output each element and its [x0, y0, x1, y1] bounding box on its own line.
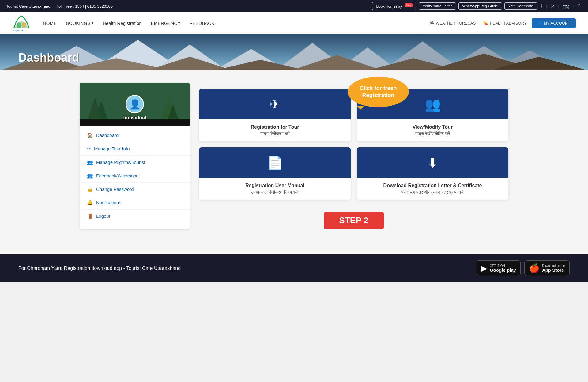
bell-icon: 🔔 — [87, 200, 93, 206]
top-bar-left: Tourist Care Uttarakhand Toll Free : 136… — [6, 4, 366, 9]
nav-home[interactable]: HOME — [43, 21, 57, 26]
logo-svg: Uttarakhand Simply Heaven — [12, 15, 31, 32]
app-store-badge[interactable]: 🍎 Download on the App Store — [524, 260, 570, 276]
logout-icon: 🚪 — [87, 213, 93, 219]
card-subtitle-view-modify: यात्रा देखें/संशोधित करें — [362, 131, 503, 136]
profile-name: Individual — [123, 115, 146, 121]
twitter-icon[interactable]: ✕ — [549, 3, 556, 9]
divider-1: | — [546, 4, 547, 9]
top-bar: Tourist Care Uttarakhand Toll Free : 136… — [0, 0, 588, 12]
svg-point-1 — [22, 22, 26, 28]
new-badge-tag: New — [405, 3, 413, 7]
dashboard-icon: 🏠 — [87, 132, 93, 138]
sidebar-item-feedback[interactable]: 👥 Feedback/Grievance — [80, 169, 190, 183]
sidebar-label-manage-pilgrims: Manage Pilgrims/Tourist — [96, 160, 145, 165]
instagram-icon[interactable]: 📷 — [562, 3, 570, 9]
avatar-icon: 👤 — [129, 99, 141, 110]
avatar: 👤 — [126, 95, 144, 113]
health-advisory-btn[interactable]: 💊 HEALTH ADVISORY — [483, 21, 526, 25]
nav-health-registration[interactable]: Health Registration — [103, 21, 142, 26]
sidebar-item-dashboard[interactable]: 🏠 Dashboard — [80, 129, 190, 142]
toll-free: Toll Free : 1364 | 0135 3520100 — [57, 4, 113, 9]
health-icon: 💊 — [483, 21, 488, 25]
card-title-view-modify: View/Modify Tour — [362, 124, 503, 130]
card-bottom-registration: Registration for Tour यात्रा पंजीकरण करे — [199, 119, 351, 141]
my-account-button[interactable]: 👤 MY ACCOUNT — [532, 18, 576, 28]
app-store-text: Download on the App Store — [542, 264, 565, 273]
sidebar-label-feedback: Feedback/Grievance — [96, 173, 138, 178]
divider-3: | — [573, 4, 574, 9]
card-bottom-download: Download Registration Letter & Certifica… — [357, 178, 508, 200]
facebook-icon[interactable]: f — [540, 3, 543, 9]
google-play-text: GET IT ON Google play — [490, 264, 516, 273]
sidebar-profile: 👤 Individual — [80, 83, 190, 126]
site-name: Tourist Care Uttarakhand — [6, 4, 51, 9]
google-play-icon: ▶ — [481, 263, 487, 273]
card-title-registration: Registration for Tour — [204, 124, 346, 130]
main-content: 👤 Individual 🏠 Dashboard ✈ Manage Tour I… — [0, 70, 588, 254]
sidebar-item-manage-tour[interactable]: ✈ Manage Tour Info — [80, 142, 190, 156]
card-top-download: ⬇ — [357, 147, 508, 178]
weather-icon: 🌦 — [430, 21, 434, 25]
card-title-download: Download Registration Letter & Certifica… — [362, 183, 503, 188]
sidebar-item-manage-pilgrims[interactable]: 👥 Manage Pilgrims/Tourist — [80, 156, 190, 169]
card-download-letter[interactable]: ⬇ Download Registration Letter & Certifi… — [357, 147, 508, 200]
nav-emergency[interactable]: EMERGENCY — [151, 21, 181, 26]
verify-yatra-button[interactable]: Verify Yatra Letter — [419, 2, 456, 10]
card-user-manual[interactable]: 📄 Registration User Manual उपयोगकर्ता पं… — [199, 147, 351, 200]
svg-text:Uttarakhand: Uttarakhand — [13, 29, 25, 32]
step-badge-container: STEP 2 — [199, 212, 508, 229]
whatsapp-guide-button[interactable]: WhatsApp Reg Guide — [458, 2, 502, 10]
speech-bubble[interactable]: Click for fresh Registration — [348, 77, 409, 107]
nav-bookings[interactable]: BOOKINGS — [66, 21, 90, 26]
card-subtitle-user-manual: उपयोगकर्ता पंजीकरण नियमावली — [204, 190, 346, 195]
hero-banner: Dashboard — [0, 34, 588, 70]
app-badges: ▶ GET IT ON Google play 🍎 Download on th… — [476, 260, 570, 276]
bookings-chevron-icon: ▾ — [92, 21, 93, 25]
pinterest-icon[interactable]: P — [576, 3, 582, 9]
book-homestay-button[interactable]: Book Homestay New — [372, 2, 416, 10]
card-subtitle-download: पंजीकरण पत्र और प्रमाण पत्र प्राप्त करे — [362, 190, 503, 195]
nav-feedback[interactable]: FEEDBACK — [190, 21, 214, 26]
download-icon: ⬇ — [427, 155, 438, 170]
card-top-user-manual: 📄 — [199, 147, 351, 178]
nav-links: HOME BOOKINGS ▾ Health Registration EMER… — [43, 21, 430, 26]
card-registration-tour[interactable]: ✈ Registration for Tour यात्रा पंजीकरण क… — [199, 89, 351, 141]
card-top-registration: ✈ — [199, 89, 351, 119]
sidebar-label-change-password: Change Password — [96, 187, 134, 192]
account-icon: 👤 — [537, 21, 542, 25]
card-title-user-manual: Registration User Manual — [204, 183, 346, 188]
cards-grid: ✈ Registration for Tour यात्रा पंजीकरण क… — [199, 89, 508, 229]
footer: For Chardham Yatra Registration download… — [0, 254, 588, 282]
apple-icon: 🍎 — [529, 263, 540, 273]
step-badge: STEP 2 — [324, 212, 384, 229]
sidebar-label-notifications: Notifications — [96, 200, 121, 205]
sidebar-item-logout[interactable]: 🚪 Logout — [80, 210, 190, 223]
footer-text: For Chardham Yatra Registration download… — [18, 266, 181, 271]
group-icon: 👥 — [425, 97, 441, 112]
sidebar-item-notifications[interactable]: 🔔 Notifications — [80, 196, 190, 210]
card-subtitle-registration: यात्रा पंजीकरण करे — [204, 131, 346, 136]
sidebar-menu: 🏠 Dashboard ✈ Manage Tour Info 👥 Manage … — [80, 126, 190, 226]
mountain-silhouette — [0, 34, 588, 70]
plane-icon: ✈ — [270, 97, 280, 112]
sidebar: 👤 Individual 🏠 Dashboard ✈ Manage Tour I… — [80, 83, 190, 229]
manage-pilgrims-icon: 👥 — [87, 159, 93, 165]
google-play-badge[interactable]: ▶ GET IT ON Google play — [476, 260, 521, 276]
sidebar-label-dashboard: Dashboard — [96, 133, 119, 138]
top-bar-right: Book Homestay New Verify Yatra Letter Wh… — [372, 2, 582, 10]
feedback-icon: 👥 — [87, 173, 93, 179]
manage-tour-icon: ✈ — [87, 146, 91, 152]
sidebar-item-change-password[interactable]: 🔒 Change Password — [80, 183, 190, 196]
document-icon: 📄 — [267, 155, 283, 170]
right-content: Click for fresh Registration ✈ Registrat… — [199, 83, 508, 229]
yatri-certificate-button[interactable]: Yatri Certificate — [504, 2, 537, 10]
dashboard-grid: 👤 Individual 🏠 Dashboard ✈ Manage Tour I… — [80, 83, 508, 229]
logo-area: Uttarakhand Simply Heaven — [12, 15, 31, 32]
sidebar-label-manage-tour: Manage Tour Info — [94, 146, 130, 151]
card-bottom-view-modify: View/Modify Tour यात्रा देखें/संशोधित कर… — [357, 119, 508, 141]
divider-2: | — [558, 4, 559, 9]
navbar: Uttarakhand Simply Heaven HOME BOOKINGS … — [0, 12, 588, 34]
nav-right: 🌦 WEATHER FORECAST 💊 HEALTH ADVISORY 👤 M… — [430, 18, 576, 28]
weather-forecast-btn[interactable]: 🌦 WEATHER FORECAST — [430, 21, 478, 25]
